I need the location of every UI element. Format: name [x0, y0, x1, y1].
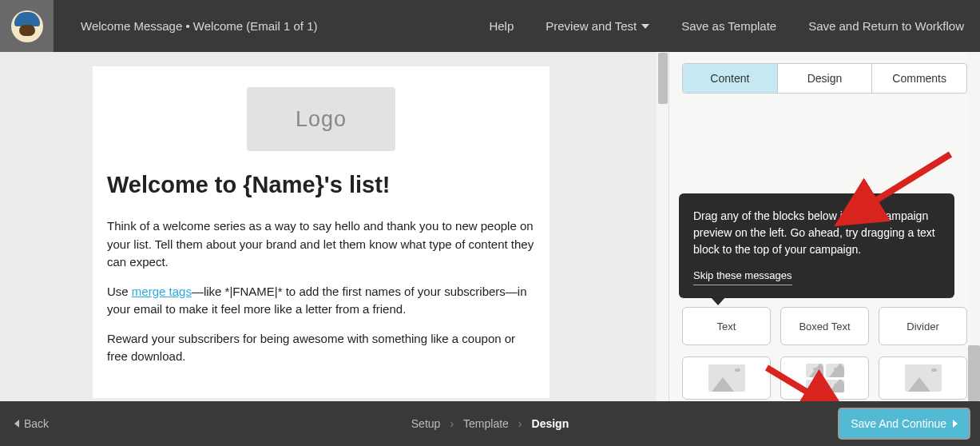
- block-grid: Text Boxed Text Divider: [682, 307, 967, 345]
- side-scrollbar-thumb[interactable]: [968, 345, 980, 401]
- email-heading[interactable]: Welcome to {Name}'s list!: [107, 172, 535, 198]
- side-tabs: Content Design Comments: [682, 63, 967, 94]
- step-setup[interactable]: Setup: [411, 417, 441, 430]
- preview-test-menu[interactable]: Preview and Test: [530, 19, 665, 33]
- save-return-workflow-link[interactable]: Save and Return to Workflow: [792, 19, 980, 33]
- step-design[interactable]: Design: [532, 417, 569, 430]
- email-canvas[interactable]: Logo Welcome to {Name}'s list! Think of …: [93, 66, 550, 398]
- work-area: Logo Welcome to {Name}'s list! Think of …: [0, 52, 980, 401]
- tab-comments[interactable]: Comments: [871, 64, 966, 93]
- chevron-right-icon: ›: [518, 417, 522, 430]
- back-button[interactable]: Back: [14, 417, 49, 430]
- bottom-toolbar: Back Setup › Template › Design Save And …: [0, 401, 980, 446]
- side-panel: Content Design Comments Text Boxed Text …: [669, 52, 980, 401]
- block-image-group[interactable]: [780, 356, 869, 400]
- block-image-card[interactable]: [879, 356, 967, 400]
- chevron-right-icon: [953, 420, 958, 428]
- page-title: Welcome Message • Welcome (Email 1 of 1): [81, 19, 317, 33]
- top-toolbar: Welcome Message • Welcome (Email 1 of 1)…: [0, 0, 980, 52]
- save-and-continue-button[interactable]: Save And Continue: [839, 409, 969, 438]
- block-grid-row2: [682, 356, 967, 400]
- app-logo[interactable]: [0, 0, 54, 52]
- block-boxed-text[interactable]: Boxed Text: [780, 307, 869, 345]
- save-as-template-link[interactable]: Save as Template: [665, 19, 792, 33]
- help-link[interactable]: Help: [473, 19, 530, 33]
- block-text[interactable]: Text: [682, 307, 771, 345]
- chevron-left-icon: [14, 420, 19, 428]
- step-breadcrumb: Setup › Template › Design: [411, 417, 569, 430]
- step-template[interactable]: Template: [463, 417, 509, 430]
- merge-tags-link[interactable]: merge tags: [132, 285, 192, 298]
- logo-placeholder[interactable]: Logo: [247, 87, 395, 151]
- tab-design[interactable]: Design: [777, 64, 872, 93]
- monkey-icon: [11, 10, 43, 42]
- email-paragraph-3[interactable]: Reward your subscribers for being awesom…: [107, 330, 535, 366]
- canvas-scrollbar[interactable]: [657, 52, 669, 401]
- canvas-wrap: Logo Welcome to {Name}'s list! Think of …: [0, 52, 669, 401]
- image-card-icon: [905, 364, 942, 392]
- block-divider[interactable]: Divider: [879, 307, 967, 345]
- chevron-right-icon: ›: [450, 417, 454, 430]
- block-image[interactable]: [682, 356, 771, 400]
- tab-content[interactable]: Content: [683, 64, 777, 93]
- email-paragraph-2[interactable]: Use merge tags—like *|FNAME|* to add the…: [107, 283, 535, 319]
- skip-messages-link[interactable]: Skip these messages: [693, 268, 792, 285]
- side-scrollbar-track[interactable]: [968, 52, 980, 401]
- image-icon: [708, 364, 745, 392]
- preview-test-label: Preview and Test: [546, 19, 637, 33]
- image-group-icon: [806, 364, 844, 392]
- email-paragraph-1[interactable]: Think of a welcome series as a way to sa…: [107, 217, 535, 272]
- onboarding-tooltip: Drag any of the blocks below into the ca…: [679, 193, 954, 298]
- tooltip-body: Drag any of the blocks below into the ca…: [693, 208, 940, 258]
- chevron-down-icon: [641, 24, 649, 29]
